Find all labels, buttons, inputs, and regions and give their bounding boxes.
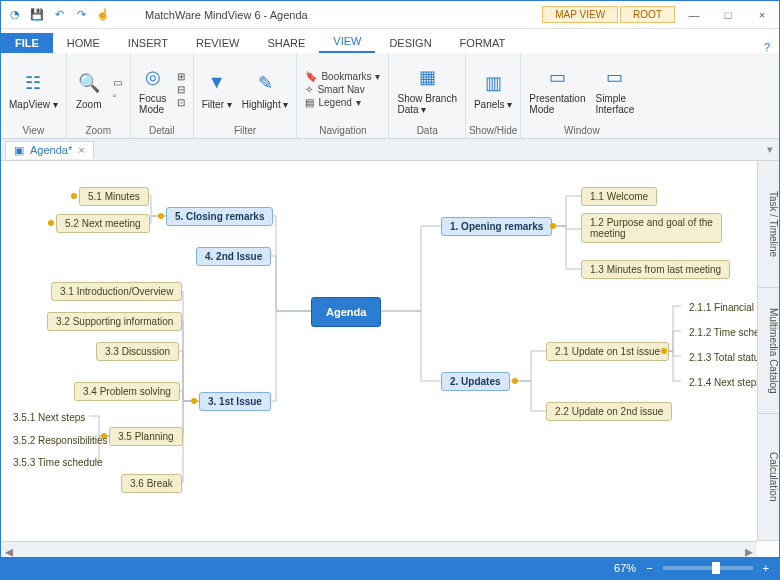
mapview-button[interactable]: ☷ MapView ▾ — [9, 69, 58, 110]
apply-branch-icon[interactable]: ⊟ — [177, 84, 185, 95]
mapview-icon: ☷ — [19, 69, 47, 97]
navigation-list: 🔖 Bookmarks ▾ ✧ Smart Nav ▤ Legend ▾ — [305, 71, 380, 108]
panels-icon: ▥ — [479, 69, 507, 97]
highlight-button[interactable]: ✎ Highlight ▾ — [242, 69, 289, 110]
window-title: MatchWare MindView 6 - Agenda — [117, 9, 542, 21]
expand-marker[interactable] — [661, 348, 667, 354]
group-label-data: Data — [389, 125, 464, 138]
node-closing[interactable]: 5. Closing remarks — [166, 207, 273, 226]
save-icon[interactable]: 💾 — [29, 7, 45, 23]
node-updates[interactable]: 2. Updates — [441, 372, 510, 391]
expand-marker[interactable] — [191, 398, 197, 404]
node-opening-remarks[interactable]: 1. Opening remarks — [441, 217, 552, 236]
node-planning-time[interactable]: 3.5.3 Time schedule — [5, 454, 111, 471]
panels-button[interactable]: ▥ Panels ▾ — [474, 69, 512, 110]
document-tab-close[interactable]: × — [78, 144, 84, 156]
zoom-in-button[interactable]: + — [763, 562, 769, 574]
node-financial[interactable]: 2.1.1 Financial — [681, 299, 762, 316]
node-responsibilities[interactable]: 3.5.2 Responsibilities — [5, 432, 116, 449]
node-planning-next-steps[interactable]: 3.5.1 Next steps — [5, 409, 93, 426]
sidetab-multimedia[interactable]: Multimedia Catalog — [758, 288, 779, 415]
filter-icon: ▼ — [203, 69, 231, 97]
tab-format[interactable]: FORMAT — [446, 33, 520, 53]
tab-insert[interactable]: INSERT — [114, 33, 182, 53]
node-intro[interactable]: 3.1 Introduction/Overview — [51, 282, 182, 301]
ribbon-group-data: ▦ Show Branch Data ▾ Data — [389, 53, 465, 138]
tab-file[interactable]: FILE — [1, 33, 53, 53]
zoom-button[interactable]: 🔍 Zoom — [75, 69, 103, 110]
node-discussion[interactable]: 3.3 Discussion — [96, 342, 179, 361]
node-minutes[interactable]: 5.1 Minutes — [79, 187, 149, 206]
filter-button[interactable]: ▼ Filter ▾ — [202, 69, 232, 110]
sidetab-calculation[interactable]: Calculation — [758, 414, 779, 541]
zoom-icon: 🔍 — [75, 69, 103, 97]
expand-marker[interactable] — [550, 223, 556, 229]
ribbon: ☷ MapView ▾ View 🔍 Zoom ▭ ▫ Zoom — [1, 53, 779, 139]
tab-share[interactable]: SHARE — [253, 33, 319, 53]
node-1st-issue[interactable]: 3. 1st Issue — [199, 392, 271, 411]
node-next-meeting[interactable]: 5.2 Next meeting — [56, 214, 150, 233]
branch-data-icon: ▦ — [413, 63, 441, 91]
minimize-button[interactable]: — — [677, 1, 711, 29]
expand-marker[interactable] — [48, 220, 54, 226]
group-label-navigation: Navigation — [297, 125, 388, 138]
smartnav-button[interactable]: ✧ Smart Nav — [305, 84, 380, 95]
tab-review[interactable]: REVIEW — [182, 33, 253, 53]
legend-button[interactable]: ▤ Legend ▾ — [305, 97, 380, 108]
horizontal-scrollbar[interactable]: ◂ ▸ — [1, 541, 757, 557]
window-controls: — □ × — [677, 1, 779, 29]
collapse-ribbon-icon[interactable]: ▾ — [767, 143, 779, 156]
document-tab-label: Agenda* — [30, 144, 72, 156]
group-label-detail: Detail — [131, 125, 193, 138]
zoom-slider[interactable] — [663, 566, 753, 570]
node-supporting[interactable]: 3.2 Supporting information — [47, 312, 182, 331]
ribbon-group-navigation: 🔖 Bookmarks ▾ ✧ Smart Nav ▤ Legend ▾ Nav… — [297, 53, 389, 138]
maximize-button[interactable]: □ — [711, 1, 745, 29]
app-window: ◔ 💾 ↶ ↷ ☝ MatchWare MindView 6 - Agenda … — [0, 0, 780, 580]
side-panel-tabs: Task / Timeline Multimedia Catalog Calcu… — [757, 161, 779, 541]
node-minutes-last[interactable]: 1.3 Minutes from last meeting — [581, 260, 730, 279]
contextual-root[interactable]: ROOT — [620, 6, 675, 23]
node-planning[interactable]: 3.5 Planning — [109, 427, 183, 446]
tab-design[interactable]: DESIGN — [375, 33, 445, 53]
expand-marker[interactable] — [512, 378, 518, 384]
titlebar: ◔ 💾 ↶ ↷ ☝ MatchWare MindView 6 - Agenda … — [1, 1, 779, 29]
show-branch-data-button[interactable]: ▦ Show Branch Data ▾ — [397, 63, 456, 115]
redo-icon[interactable]: ↷ — [73, 7, 89, 23]
simple-interface-button[interactable]: ▭ Simple Interface — [595, 63, 634, 115]
focus-mode-button[interactable]: ◎ Focus Mode — [139, 63, 167, 115]
zoom-out-button[interactable]: − — [646, 562, 652, 574]
node-welcome[interactable]: 1.1 Welcome — [581, 187, 657, 206]
zoom-percent: 67% — [614, 562, 636, 574]
document-tab-agenda[interactable]: ▣ Agenda* × — [5, 141, 94, 159]
ribbon-tabs: FILE HOME INSERT REVIEW SHARE VIEW DESIG… — [1, 29, 779, 53]
bookmarks-button[interactable]: 🔖 Bookmarks ▾ — [305, 71, 380, 82]
sidetab-task-timeline[interactable]: Task / Timeline — [758, 161, 779, 288]
node-problem-solving[interactable]: 3.4 Problem solving — [74, 382, 180, 401]
ribbon-group-filter: ▼ Filter ▾ ✎ Highlight ▾ Filter — [194, 53, 298, 138]
group-label-view: View — [1, 125, 66, 138]
node-purpose[interactable]: 1.2 Purpose and goal of the meeting — [581, 213, 722, 243]
group-label-zoom: Zoom — [67, 125, 130, 138]
node-2nd-issue[interactable]: 4. 2nd Issue — [196, 247, 271, 266]
node-break[interactable]: 3.6 Break — [121, 474, 182, 493]
presentation-mode-button[interactable]: ▭ Presentation Mode — [529, 63, 585, 115]
help-icon[interactable]: ? — [755, 41, 779, 53]
close-button[interactable]: × — [745, 1, 779, 29]
branch-focus-icon[interactable]: ⊡ — [177, 97, 185, 108]
mindmap-canvas[interactable]: Agenda 1. Opening remarks 1.1 Welcome 1.… — [1, 161, 757, 541]
contextual-tabs: MAP VIEW ROOT — [542, 6, 677, 23]
tab-view[interactable]: VIEW — [319, 31, 375, 53]
expand-marker[interactable] — [71, 193, 77, 199]
zoom-fit-icon[interactable]: ▭ — [113, 77, 122, 88]
mindmap-root[interactable]: Agenda — [311, 297, 381, 327]
detail-level-icon[interactable]: ⊞ — [177, 71, 185, 82]
node-update-2nd[interactable]: 2.2 Update on 2nd issue — [546, 402, 672, 421]
node-update-1st[interactable]: 2.1 Update on 1st issue — [546, 342, 669, 361]
touch-mode-icon[interactable]: ☝ — [95, 7, 111, 23]
tab-home[interactable]: HOME — [53, 33, 114, 53]
expand-marker[interactable] — [158, 213, 164, 219]
undo-icon[interactable]: ↶ — [51, 7, 67, 23]
zoom-100-icon[interactable]: ▫ — [113, 90, 122, 101]
contextual-mapview[interactable]: MAP VIEW — [542, 6, 618, 23]
